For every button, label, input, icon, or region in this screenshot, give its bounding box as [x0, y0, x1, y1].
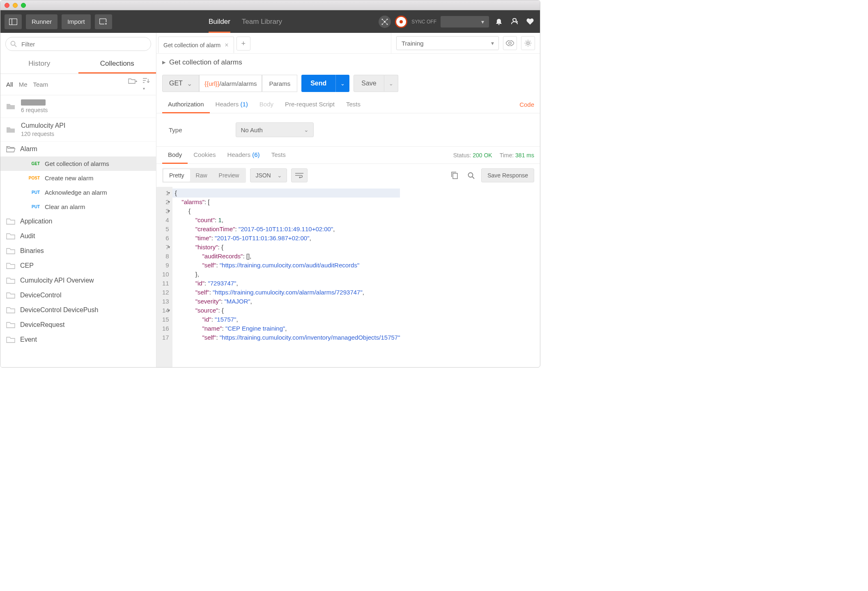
interceptor-icon[interactable]	[379, 16, 391, 28]
import-button[interactable]: Import	[62, 14, 91, 29]
wrap-lines-button[interactable]	[291, 168, 308, 182]
collection-meta: 120 requests	[21, 131, 65, 137]
collapse-caret-icon[interactable]: ▸	[162, 58, 166, 67]
send-dropdown-button[interactable]: ⌄	[335, 75, 349, 92]
chevron-down-icon: ⌄	[187, 80, 192, 87]
folder-label: Cumulocity API Overview	[20, 277, 94, 284]
folder-item[interactable]: Application	[0, 214, 156, 229]
folder-icon	[6, 277, 15, 284]
view-preview[interactable]: Preview	[213, 169, 245, 182]
notifications-icon[interactable]	[493, 18, 505, 25]
code-link[interactable]: Code	[519, 97, 534, 113]
svg-point-22	[509, 42, 511, 44]
url-path: /alarm/alarms	[220, 80, 257, 87]
folder-label: Audit	[20, 232, 35, 240]
tab-builder[interactable]: Builder	[209, 10, 230, 33]
save-button[interactable]: Save	[354, 75, 384, 92]
subtab-tests[interactable]: Tests	[340, 96, 366, 113]
filter-team[interactable]: Team	[33, 81, 48, 88]
new-collection-icon[interactable]	[128, 78, 137, 91]
request-item[interactable]: PUTClear an alarm	[0, 200, 156, 214]
params-button[interactable]: Params	[262, 75, 297, 92]
view-raw[interactable]: Raw	[190, 169, 213, 182]
runner-button[interactable]: Runner	[26, 14, 57, 29]
folder-item[interactable]: Cumulocity API Overview	[0, 273, 156, 288]
request-tab[interactable]: Get collection of alarm ×	[158, 37, 234, 53]
resp-tab-tests[interactable]: Tests	[266, 147, 292, 164]
folder-icon	[6, 247, 15, 255]
folder-label: DeviceControl DevicePush	[20, 306, 98, 314]
folder-item[interactable]: DeviceControl	[0, 288, 156, 303]
request-label: Get collection of alarms	[45, 160, 109, 167]
new-window-button[interactable]	[95, 14, 112, 29]
titlebar	[0, 0, 540, 10]
collection-meta: 6 requests	[21, 107, 48, 113]
svg-line-12	[385, 19, 387, 22]
search-response-button[interactable]	[465, 169, 477, 182]
request-item[interactable]: GETGet collection of alarms	[0, 156, 156, 171]
resp-tab-cookies[interactable]: Cookies	[188, 147, 221, 164]
subtab-prerequest[interactable]: Pre-request Script	[279, 96, 340, 113]
format-select[interactable]	[250, 168, 287, 182]
save-response-button[interactable]: Save Response	[481, 168, 534, 182]
minimize-window-button[interactable]	[13, 3, 18, 8]
collection-item[interactable]: 6 requests	[0, 95, 156, 118]
folder-item[interactable]: DeviceRequest	[0, 317, 156, 332]
url-input[interactable]: {{url}}/alarm/alarms	[199, 75, 262, 92]
subtab-body[interactable]: Body	[254, 96, 279, 113]
resp-tab-headers[interactable]: Headers (6)	[221, 147, 265, 164]
heart-icon[interactable]	[524, 18, 536, 25]
add-tab-button[interactable]: +	[237, 37, 250, 51]
view-pretty[interactable]: Pretty	[163, 169, 190, 182]
filter-me[interactable]: Me	[19, 81, 28, 88]
folder-item[interactable]: Event	[0, 332, 156, 347]
resp-tab-body[interactable]: Body	[162, 147, 188, 164]
folder-item[interactable]: Binaries	[0, 244, 156, 258]
close-window-button[interactable]	[5, 3, 9, 8]
folder-item[interactable]: CEP	[0, 258, 156, 273]
response-body[interactable]: 1▾2▾3▾4567▾891011121314▾151617 { "alarms…	[156, 187, 540, 367]
subtab-headers[interactable]: Headers (1)	[210, 96, 254, 113]
save-dropdown-button[interactable]: ⌄	[384, 75, 398, 92]
request-item[interactable]: POSTCreate new alarm	[0, 171, 156, 185]
sidebar-toggle-button[interactable]	[5, 14, 22, 29]
filter-input[interactable]	[5, 37, 151, 51]
folder-icon	[6, 218, 15, 225]
auth-type-select[interactable]	[236, 122, 314, 137]
folder-icon	[6, 103, 15, 110]
sync-indicator-icon[interactable]	[395, 16, 407, 28]
method-select[interactable]: GET ⌄	[162, 75, 199, 92]
request-item[interactable]: PUTAcknowledge an alarm	[0, 185, 156, 200]
settings-icon[interactable]	[509, 18, 520, 25]
request-label: Create new alarm	[45, 175, 93, 182]
sidebar-tab-collections[interactable]: Collections	[78, 55, 156, 74]
environment-select[interactable]	[396, 36, 499, 50]
request-label: Clear an alarm	[45, 203, 85, 210]
folder-label: Binaries	[20, 247, 44, 255]
sidebar-tab-history[interactable]: History	[0, 55, 78, 74]
collection-item[interactable]: Cumulocity API120 requests	[0, 118, 156, 142]
env-preview-button[interactable]	[503, 36, 517, 50]
tab-team-library[interactable]: Team Library	[242, 10, 282, 33]
subtab-authorization[interactable]: Authorization	[162, 96, 210, 113]
toolbar-select[interactable]	[441, 16, 489, 28]
svg-rect-25	[453, 173, 457, 179]
sort-icon[interactable]: ▾	[143, 78, 150, 91]
folder-item[interactable]: DeviceControl DevicePush	[0, 303, 156, 317]
main-toolbar: Runner Import Builder Team Library SYNC …	[0, 10, 540, 33]
folder-item[interactable]: Audit	[0, 229, 156, 244]
close-tab-icon[interactable]: ×	[225, 41, 228, 49]
env-settings-button[interactable]	[521, 36, 535, 50]
filter-all[interactable]: All	[6, 81, 13, 88]
send-button[interactable]: Send	[301, 75, 335, 92]
copy-button[interactable]	[448, 169, 461, 182]
request-method-badge: GET	[28, 161, 40, 166]
svg-rect-0	[9, 18, 17, 25]
svg-point-15	[11, 41, 15, 46]
maximize-window-button[interactable]	[21, 3, 26, 8]
folder-icon	[6, 321, 15, 329]
request-method-badge: PUT	[28, 205, 40, 209]
time-value: 381 ms	[515, 152, 534, 159]
url-variable: {{url}}	[204, 80, 220, 87]
folder-item[interactable]: Alarm	[0, 142, 156, 156]
